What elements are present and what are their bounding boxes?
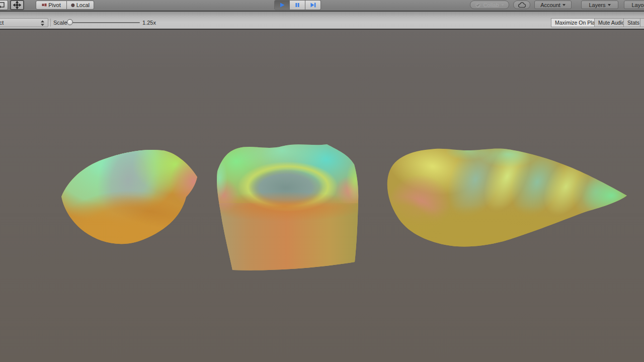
game-view-toolbar: Free Aspect Scale 1.25x Maximize On Play… — [0, 12, 644, 30]
scale-label: Scale — [53, 20, 67, 26]
layout-label: Layout — [631, 2, 644, 8]
account-label: Account — [540, 2, 560, 8]
handle-settings-group: Pivot Local — [36, 1, 94, 10]
collab-dropdown-button[interactable]: Collab — [470, 1, 509, 9]
step-button[interactable] — [305, 0, 321, 10]
cloud-services-button[interactable] — [513, 1, 530, 9]
pivot-toggle-button[interactable]: Pivot — [36, 1, 67, 10]
pause-button[interactable] — [290, 0, 305, 10]
stats-label: Stats — [627, 20, 639, 26]
toolbar-divider — [50, 19, 51, 27]
scale-label-wrap: Scale — [53, 18, 67, 27]
play-button[interactable] — [274, 0, 290, 10]
pivot-icon — [42, 3, 47, 8]
chevron-down-icon — [562, 4, 566, 8]
account-dropdown-button[interactable]: Account — [534, 1, 572, 9]
cloud-icon — [518, 2, 526, 8]
aspect-ratio-dropdown[interactable]: Free Aspect — [0, 18, 48, 27]
gizmos-dropdown-button[interactable]: Gizmos — [640, 18, 644, 27]
scale-value: 1.25x — [142, 20, 156, 26]
scale-slider-knob[interactable] — [67, 19, 73, 25]
globe-icon — [71, 3, 75, 8]
main-toolbar: Pivot Local — [0, 0, 644, 12]
scale-slider-track[interactable] — [67, 22, 140, 23]
play-icon — [279, 2, 285, 8]
local-toggle-button[interactable]: Local — [67, 1, 94, 10]
maximize-on-play-label: Maximize On Play — [555, 20, 598, 26]
pivot-label: Pivot — [48, 2, 60, 8]
layers-dropdown-button[interactable]: Layers — [581, 1, 618, 9]
aspect-label: Free Aspect — [0, 20, 4, 26]
updown-arrows-icon — [40, 20, 45, 26]
game-viewport[interactable] — [0, 30, 644, 362]
move-tool-button[interactable] — [10, 0, 24, 10]
move-tool-icon — [13, 1, 21, 9]
local-label: Local — [76, 2, 90, 8]
rect-tool-icon — [0, 2, 5, 9]
chevron-down-icon — [608, 4, 611, 8]
playmode-controls — [274, 0, 321, 10]
layout-dropdown-button[interactable]: Layout — [624, 1, 644, 9]
mute-audio-label: Mute Audio — [598, 20, 625, 26]
rendered-scene — [0, 30, 644, 362]
step-forward-icon — [310, 2, 316, 8]
layers-label: Layers — [589, 2, 605, 8]
scale-value-wrap: 1.25x — [142, 18, 156, 27]
pause-icon — [294, 2, 300, 8]
collab-label: Collab — [483, 2, 499, 8]
rect-tool-button[interactable] — [0, 0, 8, 10]
collab-check-icon — [475, 2, 481, 8]
chevron-down-icon — [501, 4, 504, 8]
